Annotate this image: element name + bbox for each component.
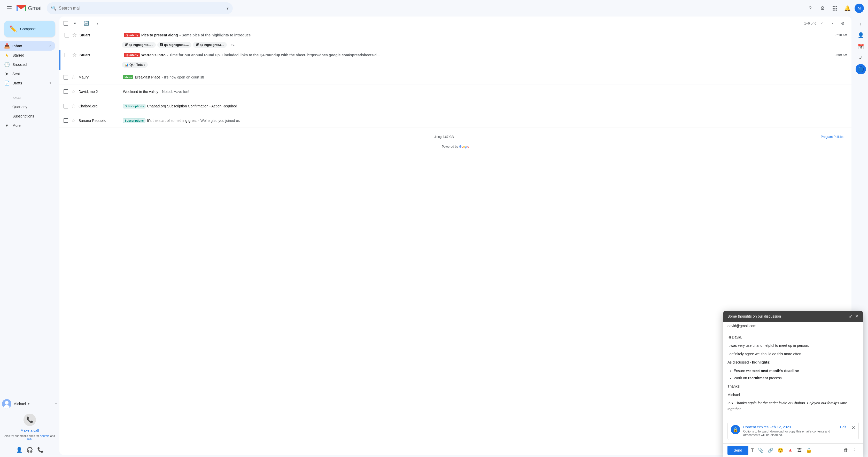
select-all-checkbox[interactable] <box>64 21 68 26</box>
ios-link[interactable]: iOS <box>27 437 32 440</box>
search-dropdown-icon[interactable]: ▾ <box>226 6 228 11</box>
sidebar-item-starred[interactable]: ★ Starred <box>0 51 55 60</box>
program-policies-link[interactable]: Program Policies <box>821 135 844 139</box>
compose-para3: As discussed - highlights: <box>727 359 859 365</box>
sidebar-user-section: Michael ▾ + 📞 Make a call Also try our m… <box>0 393 59 455</box>
list-header-left: ▾ 🔄 ⋮ <box>64 19 102 28</box>
compose-window-title: Some thoughts on our discussion <box>727 314 844 318</box>
sidebar-item-drafts[interactable]: 📄 Drafts 1 <box>0 78 55 88</box>
search-bar[interactable]: 🔍 ▾ <box>47 2 233 14</box>
svg-rect-9 <box>834 8 835 9</box>
compose-close-icon[interactable]: ✕ <box>855 314 859 319</box>
contacts-icon[interactable]: 👤 <box>16 447 23 453</box>
link-icon[interactable]: 🔗 <box>766 446 775 455</box>
attach-icon[interactable]: 📎 <box>756 446 765 455</box>
sidebar-item-subscriptions[interactable]: Subscriptions <box>0 111 55 121</box>
compose-body[interactable]: Hi David, It was very useful and helpful… <box>723 330 863 419</box>
prev-page-btn[interactable]: ‹ <box>817 19 827 28</box>
email-checkbox-4[interactable] <box>64 89 68 94</box>
right-panel-meet-icon[interactable]: 🔵 <box>856 64 866 74</box>
search-input[interactable] <box>59 6 224 10</box>
gmail-logo-text: Gmail <box>28 5 43 11</box>
email-checkbox-3[interactable] <box>64 75 68 79</box>
expiry-close-btn[interactable]: ✕ <box>851 425 855 431</box>
sheet-icon: 📊 <box>125 63 128 67</box>
right-panel-contacts-icon[interactable]: 👤 <box>856 30 866 40</box>
table-row[interactable]: ☆ Maury Ideas Breakfast Place - It's now… <box>59 70 851 85</box>
table-row[interactable]: ☆ Stuart Quarterly Pics to present along… <box>59 30 851 50</box>
phone-icon: 📞 <box>26 417 33 423</box>
user-avatar[interactable]: M <box>855 4 864 13</box>
right-panel-add-icon[interactable]: ＋ <box>856 19 866 29</box>
call-icon[interactable]: 📞 <box>37 447 44 453</box>
sent-icon: ➤ <box>4 71 9 77</box>
sidebar-item-ideas[interactable]: Ideas <box>0 93 55 102</box>
attachment-chip-3[interactable]: 🖼 q4-highlights3.... <box>193 42 227 48</box>
sidebar-item-more[interactable]: ▾ More <box>0 121 55 130</box>
pagination-label: 1–6 of 6 <box>804 22 816 25</box>
attachment-chip-1[interactable]: 🖼 q4-highlights1.... <box>122 42 156 48</box>
right-panel-tasks-icon[interactable]: ✓ <box>856 53 866 63</box>
star-icon-4[interactable]: ☆ <box>71 89 75 95</box>
refresh-btn[interactable]: 🔄 <box>82 19 91 28</box>
android-link[interactable]: Android <box>40 434 50 437</box>
sidebar-item-snoozed[interactable]: 🕐 Snoozed <box>0 60 55 69</box>
next-page-btn[interactable]: › <box>828 19 837 28</box>
select-dropdown-btn[interactable]: ▾ <box>70 19 80 28</box>
help-icon[interactable]: ? <box>805 3 815 13</box>
sidebar-item-label-subscriptions: Subscriptions <box>12 114 34 118</box>
list-more-btn[interactable]: ⋮ <box>93 19 102 28</box>
star-icon-6[interactable]: ☆ <box>71 118 75 123</box>
confidential-icon[interactable]: 🔒 <box>804 446 813 455</box>
label-ideas-3: Ideas <box>123 75 133 79</box>
sidebar-item-inbox[interactable]: 📥 Inbox 2 <box>0 41 55 51</box>
email-checkbox-6[interactable] <box>64 118 68 123</box>
user-dropdown-icon[interactable]: ▾ <box>28 402 29 405</box>
table-row[interactable]: ☆ Chabad.org Subscriptions Chabad.org Su… <box>59 99 851 113</box>
email-checkbox-2[interactable] <box>65 53 69 57</box>
drafts-icon: 📄 <box>4 80 9 86</box>
star-icon-2[interactable]: ☆ <box>72 52 76 58</box>
expiry-edit-btn[interactable]: Edit <box>840 425 846 429</box>
compose-maximize-icon[interactable]: ⤢ <box>849 314 853 319</box>
table-row[interactable]: ☆ Stuart Quarterly Warren's Intro - Time… <box>59 50 851 70</box>
table-row[interactable]: ☆ David, me 2 Weekend in the valley - No… <box>59 85 851 99</box>
formatting-icon[interactable]: T <box>749 446 755 455</box>
attachment-chip-2[interactable]: 🖼 q4-highlights2.... <box>157 42 191 48</box>
email-checkbox-1[interactable] <box>65 33 69 37</box>
headphones-icon[interactable]: 🎧 <box>27 447 33 453</box>
delete-draft-icon[interactable]: 🗑 <box>842 446 850 455</box>
star-icon-5[interactable]: ☆ <box>71 103 75 109</box>
make-call-link[interactable]: Make a call <box>21 428 39 432</box>
star-icon-3[interactable]: ☆ <box>71 74 75 80</box>
compose-header[interactable]: Some thoughts on our discussion − ⤢ ✕ <box>723 311 863 322</box>
emoji-icon[interactable]: 😊 <box>776 446 785 455</box>
settings-icon[interactable]: ⚙ <box>817 3 828 13</box>
label-quarterly-2: Quarterly <box>124 53 140 57</box>
send-button[interactable]: Send <box>727 446 748 455</box>
compose-button[interactable]: ✏️ Compose <box>4 21 55 37</box>
compose-para1: It was very useful and helpful to meet u… <box>727 342 859 348</box>
mobile-apps-text: Also try our mobile apps for Android and… <box>2 434 57 440</box>
compose-minimize-icon[interactable]: − <box>844 314 847 319</box>
user-row[interactable]: Michael ▾ + <box>2 397 57 411</box>
apps-grid-icon[interactable] <box>830 3 840 13</box>
attachment-sheet[interactable]: 📊 Q4 - Totals <box>122 62 148 68</box>
image-icon[interactable]: 🖼 <box>796 446 803 455</box>
settings-gear-btn[interactable]: ⚙ <box>838 19 847 28</box>
star-icon-1[interactable]: ☆ <box>72 32 76 38</box>
svg-rect-12 <box>834 9 835 10</box>
more-options-compose-icon[interactable]: ⋮ <box>851 446 859 455</box>
attachment-more[interactable]: +2 <box>228 42 237 48</box>
add-account-icon[interactable]: + <box>55 401 57 407</box>
sidebar-item-sent[interactable]: ➤ Sent <box>0 69 55 78</box>
notifications-icon[interactable]: 🔔 <box>842 3 852 13</box>
drive-icon[interactable]: 🔺 <box>786 446 795 455</box>
right-panel-calendar-icon[interactable]: 📅 <box>856 41 866 52</box>
table-row[interactable]: ☆ Banana Republic Subscriptions It's the… <box>59 113 851 128</box>
subject-5: Chabad.org Subscription Confirmation - A… <box>147 104 237 108</box>
menu-icon[interactable] <box>4 3 14 13</box>
email-checkbox-5[interactable] <box>64 104 68 108</box>
sidebar-item-quarterly[interactable]: Quarterly <box>0 102 55 111</box>
compose-plus-icon: ✏️ <box>9 25 17 33</box>
